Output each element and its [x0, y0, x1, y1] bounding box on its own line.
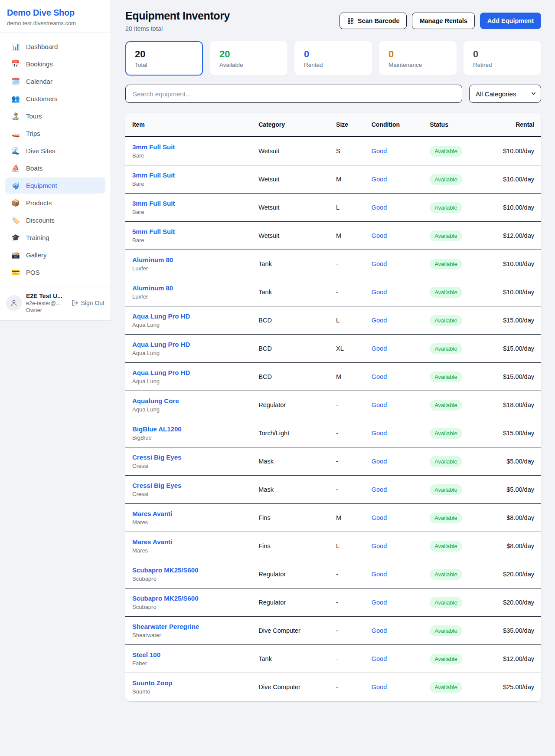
item-condition-link[interactable]: Good [372, 571, 387, 578]
col-rental: Rental [496, 113, 541, 137]
icon-boats: ⛵ [11, 165, 20, 172]
item-size: - [329, 645, 365, 673]
item-rental-price: $25.00/day [496, 673, 541, 701]
item-condition-link[interactable]: Good [372, 627, 387, 634]
scan-barcode-button[interactable]: Scan Barcode [340, 13, 407, 29]
item-condition-link[interactable]: Good [372, 289, 387, 296]
manage-rentals-button[interactable]: Manage Rentals [412, 13, 474, 29]
sidebar-item-training[interactable]: 🎓 Training [5, 230, 105, 246]
stat-label: Total [135, 62, 193, 68]
item-condition-link[interactable]: Good [372, 373, 387, 380]
item-brand: Mares [132, 519, 245, 526]
item-brand: Cressi [132, 463, 245, 469]
status-badge: Available [430, 484, 462, 495]
item-condition-link[interactable]: Good [372, 345, 387, 352]
item-name-link[interactable]: Mares Avanti [132, 538, 245, 546]
item-name-link[interactable]: Aqua Lung Pro HD [132, 312, 245, 320]
item-condition-link[interactable]: Good [372, 232, 387, 239]
category-select[interactable]: All Categories [469, 85, 541, 103]
item-condition-link[interactable]: Good [372, 260, 387, 267]
status-badge: Available [430, 315, 462, 326]
item-condition-link[interactable]: Good [372, 148, 387, 154]
item-name-link[interactable]: Aluminum 80 [132, 284, 245, 292]
table-row: Cressi Big Eyes Cressi Mask - Good Avail… [125, 476, 541, 504]
status-badge: Available [430, 400, 462, 411]
item-name-link[interactable]: Mares Avanti [132, 510, 245, 517]
user-info: E2E Test U... e2e-tester@... Owner [26, 293, 62, 313]
table-row: Suunto Zoop Suunto Dive Computer - Good … [125, 673, 541, 701]
sidebar-item-calendar[interactable]: 🗓️ Calendar [5, 73, 105, 89]
stat-card-total[interactable]: 20 Total [125, 41, 203, 76]
item-name-link[interactable]: Steel 100 [132, 651, 245, 658]
item-brand: Luxfer [132, 265, 245, 272]
item-name-link[interactable]: Aqua Lung Pro HD [132, 341, 245, 348]
col-status: Status [423, 113, 496, 137]
icon-dashboard: 📊 [11, 43, 20, 50]
item-condition-link[interactable]: Good [372, 401, 387, 408]
sidebar-item-dive-sites[interactable]: 🌊 Dive Sites [5, 143, 105, 159]
sign-out-label: Sign Out [81, 299, 104, 306]
item-condition-link[interactable]: Good [372, 430, 387, 437]
icon-dive-sites: 🌊 [11, 148, 20, 154]
item-condition-link[interactable]: Good [372, 176, 387, 183]
item-condition-link[interactable]: Good [372, 684, 387, 690]
item-size: - [329, 588, 365, 617]
status-badge: Available [430, 682, 462, 693]
sidebar-item-products[interactable]: 📦 Products [5, 195, 105, 211]
stat-card-retired[interactable]: 0 Retired [464, 41, 541, 76]
item-name-link[interactable]: Scubapro MK25/S600 [132, 566, 245, 574]
item-condition-link[interactable]: Good [372, 317, 387, 324]
user-email: e2e-tester@... [26, 300, 62, 306]
item-name-link[interactable]: 3mm Full Suit [132, 171, 245, 179]
item-name-link[interactable]: 3mm Full Suit [132, 200, 245, 207]
col-condition: Condition [365, 113, 423, 137]
sidebar-item-gallery[interactable]: 📸 Gallery [5, 247, 105, 263]
shop-name[interactable]: Demo Dive Shop [7, 8, 104, 18]
table-row: 3mm Full Suit Bare Wetsuit S Good Availa… [125, 137, 541, 165]
item-name-link[interactable]: Scubapro MK25/S600 [132, 595, 245, 602]
stat-card-rented[interactable]: 0 Rented [294, 41, 372, 76]
table-row: Mares Avanti Mares Fins M Good Available… [125, 504, 541, 532]
stat-label: Retired [473, 62, 532, 68]
item-name-link[interactable]: 5mm Full Suit [132, 228, 245, 235]
sidebar-item-equipment[interactable]: 🤿 Equipment [5, 177, 105, 194]
item-category: Mask [251, 476, 329, 504]
status-badge: Available [430, 456, 462, 467]
item-condition-link[interactable]: Good [372, 599, 387, 606]
sign-out-button[interactable]: Sign Out [72, 299, 104, 306]
item-name-link[interactable]: Cressi Big Eyes [132, 482, 245, 489]
stat-card-maintenance[interactable]: 0 Maintenance [379, 41, 457, 76]
add-equipment-button[interactable]: Add Equipment [480, 13, 541, 29]
col-size: Size [329, 113, 365, 137]
item-name-link[interactable]: Shearwater Peregrine [132, 623, 245, 630]
item-condition-link[interactable]: Good [372, 458, 387, 465]
item-name-link[interactable]: Aqua Lung Pro HD [132, 369, 245, 376]
search-input[interactable] [125, 85, 462, 103]
item-name-link[interactable]: 3mm Full Suit [132, 143, 245, 151]
header-actions: Scan Barcode Manage Rentals Add Equipmen… [340, 13, 541, 29]
item-brand: Faber [132, 660, 245, 667]
item-condition-link[interactable]: Good [372, 542, 387, 549]
sidebar-item-pos[interactable]: 💳 POS [5, 264, 105, 280]
sidebar-item-tours[interactable]: 🏝️ Tours [5, 108, 105, 124]
sidebar-item-boats[interactable]: ⛵ Boats [5, 160, 105, 176]
item-category: BCD [251, 363, 329, 391]
item-condition-link[interactable]: Good [372, 514, 387, 521]
page-title: Equipment Inventory [125, 10, 230, 22]
item-condition-link[interactable]: Good [372, 655, 387, 662]
item-name-link[interactable]: Suunto Zoop [132, 679, 245, 687]
item-condition-link[interactable]: Good [372, 486, 387, 493]
item-name-link[interactable]: Cressi Big Eyes [132, 454, 245, 461]
logout-icon [72, 299, 78, 306]
stat-card-available[interactable]: 20 Available [210, 41, 287, 76]
sidebar-item-bookings[interactable]: 📅 Bookings [5, 56, 105, 72]
item-name-link[interactable]: BigBlue AL1200 [132, 425, 245, 433]
item-name-link[interactable]: Aluminum 80 [132, 256, 245, 263]
sidebar-item-trips[interactable]: 🚤 Trips [5, 125, 105, 141]
sidebar-item-discounts[interactable]: 🏷️ Discounts [5, 212, 105, 228]
item-name-link[interactable]: Aqualung Core [132, 397, 245, 404]
sidebar-item-customers[interactable]: 👥 Customers [5, 91, 105, 107]
table-row: Aqua Lung Pro HD Aqua Lung BCD L Good Av… [125, 306, 541, 335]
sidebar-item-dashboard[interactable]: 📊 Dashboard [5, 39, 105, 55]
item-condition-link[interactable]: Good [372, 204, 387, 211]
